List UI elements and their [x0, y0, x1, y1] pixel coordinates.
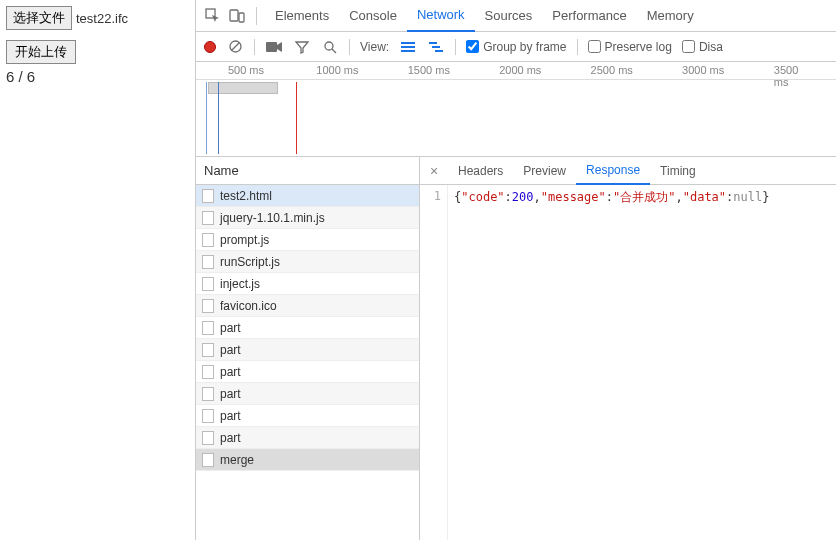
view-label: View:	[360, 40, 389, 54]
request-name: favicon.ico	[220, 299, 277, 313]
devtools-tabs: ElementsConsoleNetworkSourcesPerformance…	[196, 0, 836, 32]
devtools-panel: ElementsConsoleNetworkSourcesPerformance…	[195, 0, 836, 540]
document-icon	[202, 255, 214, 269]
request-name: part	[220, 387, 241, 401]
request-name: part	[220, 431, 241, 445]
timeline-tick: 3000 ms	[682, 64, 724, 76]
timeline-tick: 2000 ms	[499, 64, 541, 76]
request-name: test2.html	[220, 189, 272, 203]
timeline-tick: 500 ms	[228, 64, 264, 76]
request-row[interactable]: merge	[196, 449, 419, 471]
request-row[interactable]: runScript.js	[196, 251, 419, 273]
separator	[256, 7, 257, 25]
network-toolbar: View: Group by frame Preserve log Disa	[196, 32, 836, 62]
request-list[interactable]: test2.htmljquery-1.10.1.min.jsprompt.jsr…	[196, 185, 419, 540]
svg-rect-12	[432, 46, 440, 48]
svg-point-6	[325, 42, 333, 50]
detail-tab-response[interactable]: Response	[576, 157, 650, 185]
request-row[interactable]: part	[196, 427, 419, 449]
view-list-icon[interactable]	[399, 40, 417, 54]
request-name: part	[220, 409, 241, 423]
timeline-tick: 1000 ms	[316, 64, 358, 76]
search-icon[interactable]	[321, 38, 339, 56]
network-content: Name test2.htmljquery-1.10.1.min.jspromp…	[196, 157, 836, 540]
request-row[interactable]: part	[196, 361, 419, 383]
detail-tab-preview[interactable]: Preview	[513, 157, 576, 185]
document-icon	[202, 211, 214, 225]
request-row[interactable]: part	[196, 383, 419, 405]
file-chooser-row: 选择文件 test22.ifc	[6, 6, 189, 30]
svg-rect-2	[239, 13, 244, 22]
document-icon	[202, 453, 214, 467]
request-detail-panel: × HeadersPreviewResponseTiming 1 {"code"…	[420, 157, 836, 540]
record-button[interactable]	[204, 41, 216, 53]
inspect-element-icon[interactable]	[202, 5, 224, 27]
request-name: runScript.js	[220, 255, 280, 269]
response-body[interactable]: 1 {"code":200,"message":"合并成功","data":nu…	[420, 185, 836, 540]
svg-rect-5	[266, 42, 277, 52]
document-icon	[202, 277, 214, 291]
tab-console[interactable]: Console	[339, 0, 407, 32]
svg-rect-11	[429, 42, 437, 44]
document-icon	[202, 387, 214, 401]
view-waterfall-icon[interactable]	[427, 40, 445, 54]
request-row[interactable]: part	[196, 339, 419, 361]
request-row[interactable]: part	[196, 317, 419, 339]
camera-icon[interactable]	[265, 38, 283, 56]
line-gutter: 1	[420, 185, 448, 540]
request-name: part	[220, 365, 241, 379]
start-upload-button[interactable]: 开始上传	[6, 40, 76, 64]
device-toggle-icon[interactable]	[226, 5, 248, 27]
request-name: jquery-1.10.1.min.js	[220, 211, 325, 225]
group-by-frame-label: Group by frame	[483, 40, 566, 54]
disable-cache-label: Disa	[699, 40, 723, 54]
detail-tab-headers[interactable]: Headers	[448, 157, 513, 185]
document-icon	[202, 343, 214, 357]
request-row[interactable]: inject.js	[196, 273, 419, 295]
document-icon	[202, 299, 214, 313]
svg-line-7	[332, 49, 336, 53]
document-icon	[202, 409, 214, 423]
tab-memory[interactable]: Memory	[637, 0, 704, 32]
detail-tabs: × HeadersPreviewResponseTiming	[420, 157, 836, 185]
request-row[interactable]: test2.html	[196, 185, 419, 207]
separator	[455, 39, 456, 55]
request-row[interactable]: prompt.js	[196, 229, 419, 251]
tab-sources[interactable]: Sources	[475, 0, 543, 32]
tab-elements[interactable]: Elements	[265, 0, 339, 32]
separator	[254, 39, 255, 55]
disable-cache-checkbox[interactable]: Disa	[682, 40, 723, 54]
close-detail-icon[interactable]: ×	[424, 161, 444, 181]
network-timeline[interactable]: 500 ms1000 ms1500 ms2000 ms2500 ms3000 m…	[196, 62, 836, 157]
document-icon	[202, 365, 214, 379]
filter-icon[interactable]	[293, 38, 311, 56]
svg-line-4	[231, 43, 239, 51]
request-name: part	[220, 321, 241, 335]
request-row[interactable]: jquery-1.10.1.min.js	[196, 207, 419, 229]
separator	[577, 39, 578, 55]
choose-file-button[interactable]: 选择文件	[6, 6, 72, 30]
timeline-tick: 1500 ms	[408, 64, 450, 76]
svg-rect-13	[435, 50, 443, 52]
page-panel: 选择文件 test22.ifc 开始上传 6 / 6	[0, 0, 195, 540]
chosen-file-name: test22.ifc	[76, 11, 128, 26]
request-list-panel: Name test2.htmljquery-1.10.1.min.jspromp…	[196, 157, 420, 540]
preserve-log-label: Preserve log	[605, 40, 672, 54]
detail-tab-timing[interactable]: Timing	[650, 157, 706, 185]
request-row[interactable]: part	[196, 405, 419, 427]
request-row[interactable]: favicon.ico	[196, 295, 419, 317]
request-name: part	[220, 343, 241, 357]
response-code: {"code":200,"message":"合并成功","data":null…	[448, 185, 836, 540]
clear-icon[interactable]	[226, 38, 244, 56]
document-icon	[202, 431, 214, 445]
tab-network[interactable]: Network	[407, 0, 475, 32]
name-column-header[interactable]: Name	[196, 157, 419, 185]
tab-performance[interactable]: Performance	[542, 0, 636, 32]
timeline-tick: 2500 ms	[591, 64, 633, 76]
document-icon	[202, 233, 214, 247]
document-icon	[202, 189, 214, 203]
separator	[349, 39, 350, 55]
group-by-frame-checkbox[interactable]: Group by frame	[466, 40, 566, 54]
preserve-log-checkbox[interactable]: Preserve log	[588, 40, 672, 54]
svg-rect-1	[230, 10, 238, 21]
